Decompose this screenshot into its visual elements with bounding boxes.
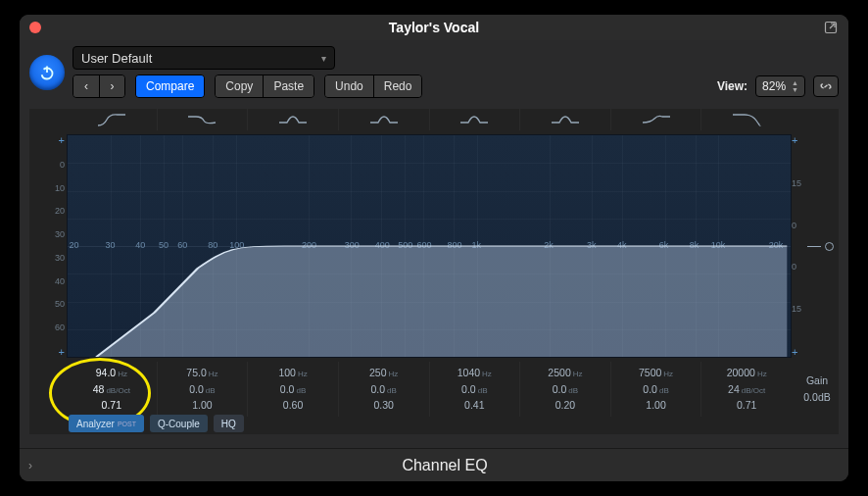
band-params-row: 94.0Hz 48dB/Oct 0.71 75.0Hz 0.0dB 1.00 1… <box>67 362 792 417</box>
zoom-stepper[interactable]: 82% ▲▼ <box>755 75 805 97</box>
band-3-params[interactable]: 100Hz 0.0dB 0.60 <box>248 362 339 417</box>
stepper-icon: ▲▼ <box>792 79 798 93</box>
disclosure-icon[interactable]: › <box>20 459 41 472</box>
band-2-params[interactable]: 75.0Hz 0.0dB 1.00 <box>158 362 249 417</box>
band-shape-peak-1[interactable] <box>248 109 339 130</box>
eq-curve <box>68 135 791 357</box>
band-shape-row <box>67 109 792 130</box>
band-shape-peak-2[interactable] <box>339 109 430 130</box>
preset-select[interactable]: User Default ▾ <box>72 46 335 70</box>
plugin-window: Taylor's Vocal User Default ▾ ‹ › Compar… <box>20 15 848 481</box>
window-title: Taylor's Vocal <box>20 20 848 35</box>
view-label: View: <box>717 79 747 93</box>
band-shape-peak-4[interactable] <box>520 109 611 130</box>
band-7-params[interactable]: 7500Hz 0.0dB 1.00 <box>611 362 702 417</box>
band-shape-peak-3[interactable] <box>430 109 521 130</box>
link-button[interactable] <box>813 75 839 97</box>
band-shape-lowshelf[interactable] <box>158 109 249 130</box>
q-couple-toggle[interactable]: Q-Couple <box>150 415 208 432</box>
zoom-value: 82% <box>762 79 786 93</box>
band-5-params[interactable]: 1040Hz 0.0dB 0.41 <box>430 362 521 417</box>
db-scale-left: + 0 10 20 30 30 40 50 60 + <box>31 134 65 358</box>
paste-button[interactable]: Paste <box>263 75 313 97</box>
plugin-footer: › Channel EQ <box>20 448 848 481</box>
output-gain-readout[interactable]: Gain 0.0dB <box>796 362 839 417</box>
plugin-name: Channel EQ <box>41 457 848 474</box>
chevron-down-icon: ▾ <box>321 53 326 64</box>
band-1-params[interactable]: 94.0Hz 48dB/Oct 0.71 <box>67 362 158 417</box>
compare-button[interactable]: Compare <box>136 75 204 97</box>
titlebar: Taylor's Vocal <box>20 15 848 40</box>
band-8-params[interactable]: 20000Hz 24dB/Oct 0.71 <box>701 362 792 417</box>
output-gain-handle[interactable] <box>821 238 837 254</box>
plugin-header-controls: User Default ▾ ‹ › Compare Copy Paste Un… <box>20 40 848 102</box>
undo-button[interactable]: Undo <box>325 75 373 97</box>
next-preset-button[interactable]: › <box>99 75 124 97</box>
hq-toggle[interactable]: HQ <box>214 415 244 432</box>
prev-preset-button[interactable]: ‹ <box>73 75 99 97</box>
window-menu-icon[interactable] <box>823 20 839 35</box>
eq-graph[interactable]: 20 30 40 50 60 80 100 200 300 400 500 60… <box>67 134 792 358</box>
analyzer-toggle[interactable]: AnalyzerPOST <box>69 415 144 432</box>
preset-nav-seg: ‹ › <box>72 74 125 98</box>
bypass-button[interactable] <box>29 55 65 90</box>
band-shape-hp[interactable] <box>67 109 158 130</box>
copy-button[interactable]: Copy <box>216 75 263 97</box>
band-6-params[interactable]: 2500Hz 0.0dB 0.20 <box>520 362 611 417</box>
band-shape-lp[interactable] <box>701 109 792 130</box>
band-4-params[interactable]: 250Hz 0.0dB 0.30 <box>339 362 430 417</box>
bottom-toggles: AnalyzerPOST Q-Couple HQ <box>69 413 244 434</box>
redo-button[interactable]: Redo <box>373 75 422 97</box>
band-shape-highshelf[interactable] <box>611 109 702 130</box>
preset-name: User Default <box>81 51 152 66</box>
eq-area: + 0 10 20 30 30 40 50 60 + + 15 0 0 15 + <box>29 109 839 434</box>
